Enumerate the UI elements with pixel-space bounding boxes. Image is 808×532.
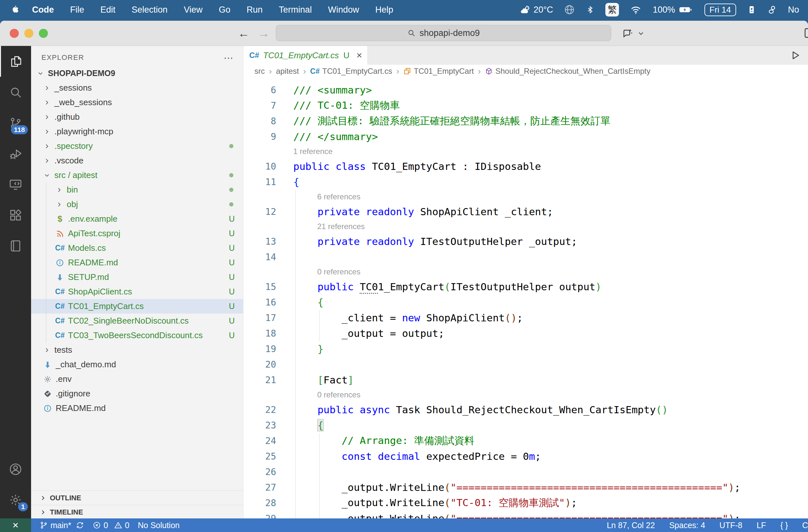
menu-item-selection[interactable]: Selection	[124, 5, 176, 15]
codelens-references[interactable]: 6 references	[276, 192, 360, 201]
tree-item[interactable]: _sessions	[31, 80, 243, 95]
activity-account-icon[interactable]	[0, 454, 31, 484]
code-line[interactable]: 26	[243, 464, 808, 479]
chevron-down-icon[interactable]	[637, 30, 645, 37]
code-line[interactable]: 15 public TC01_EmptyCart(ITestOutputHelp…	[243, 279, 808, 294]
code-line[interactable]: 7/// TC-01: 空購物車	[243, 98, 808, 113]
input-method-badge[interactable]: 繁	[605, 3, 619, 17]
code-line[interactable]: 12 private readonly ShopApiClient _clien…	[243, 204, 808, 220]
code-line[interactable]: 23 {	[243, 417, 808, 433]
code-line[interactable]: 18 _output = output;	[243, 325, 808, 341]
code-line[interactable]: 14	[243, 249, 808, 265]
git-branch-status[interactable]: main*	[39, 521, 84, 530]
weather-item[interactable]: 20°C	[520, 4, 553, 15]
code-line[interactable]: 17 _client = new ShopApiClient();	[243, 310, 808, 325]
code-line[interactable]: 13 private readonly ITestOutputHelper _o…	[243, 234, 808, 249]
code-line[interactable]: 10public class TC01_EmptyCart : IDisposa…	[243, 158, 808, 174]
activity-remote-explorer-icon[interactable]	[0, 169, 31, 200]
tree-root-shopapi-demo9[interactable]: SHOPAPI-DEMO9	[31, 66, 243, 80]
activity-docs-icon[interactable]	[0, 230, 31, 261]
tree-item[interactable]: .gitignore	[31, 386, 243, 401]
code-line[interactable]: 8/// 測試目標: 驗證系統能正確拒絕空購物車結帳，防止產生無效訂單	[243, 113, 808, 129]
menu-item-run[interactable]: Run	[239, 5, 271, 15]
tree-item[interactable]: C#TC03_TwoBeersSecondDiscount.csU	[31, 328, 243, 343]
tree-item[interactable]: .specstory	[31, 139, 243, 153]
run-tests-icon[interactable]	[790, 46, 808, 65]
breadcrumb-item[interactable]: TC01_EmptyCart	[403, 66, 474, 76]
code-line[interactable]: 29 _output.WriteLine("==================…	[243, 511, 808, 518]
code-line[interactable]: 9/// </summary>	[243, 129, 808, 144]
code-line[interactable]: 6/// <summary>	[243, 82, 808, 98]
menu-item-help[interactable]: Help	[367, 5, 401, 15]
breadcrumb-item[interactable]: C#TC01_EmptyCart.cs	[310, 66, 392, 76]
tree-item[interactable]: .vscode	[31, 153, 243, 168]
code-line[interactable]: 28 _output.WriteLine("TC-01: 空購物車測試");	[243, 495, 808, 511]
code-line[interactable]: 24 // Arrange: 準備測試資料	[243, 433, 808, 449]
activity-source-control-icon[interactable]: 118	[0, 108, 31, 138]
tree-item[interactable]: C#ShopApiClient.csU	[31, 284, 243, 299]
status-right-item[interactable]: Ln 87, Col 22	[607, 521, 655, 530]
code-line[interactable]: 11{	[243, 174, 808, 190]
tree-item[interactable]: .env	[31, 372, 243, 386]
minimize-window-button[interactable]	[24, 29, 33, 38]
menu-item-file[interactable]: File	[62, 5, 93, 15]
tree-item[interactable]: C#TC01_EmptyCart.csU	[31, 299, 243, 314]
tree-item[interactable]: obj	[31, 197, 243, 212]
status-right-item[interactable]: Spaces: 4	[669, 521, 705, 530]
copilot-chat-icon[interactable]	[622, 27, 634, 39]
menu-item-view[interactable]: View	[176, 5, 211, 15]
explorer-more-actions[interactable]: ⋯	[224, 52, 234, 63]
bluetooth-icon[interactable]	[586, 4, 594, 15]
breadcrumb-item[interactable]: src	[254, 66, 265, 76]
activity-extensions-icon[interactable]	[0, 200, 31, 230]
codelens-references[interactable]: 0 references	[276, 267, 360, 277]
code-line[interactable]: 25 const decimal expectedPrice = 0m;	[243, 449, 808, 464]
codelens-references[interactable]: 21 references	[276, 222, 365, 231]
zoom-window-button[interactable]	[39, 29, 48, 38]
tab-tc01-emptycart[interactable]: C# TC01_EmptyCart.cs U	[243, 46, 368, 65]
breadcrumb-item[interactable]: apitest	[276, 66, 299, 76]
apple-menu-icon[interactable]	[11, 5, 19, 15]
status-text[interactable]: No Solution	[138, 521, 180, 530]
problems-status[interactable]: 00	[93, 521, 129, 530]
code-line[interactable]: 20	[243, 357, 808, 372]
close-window-button[interactable]	[10, 29, 19, 38]
layout-icon-clipped[interactable]	[804, 26, 808, 39]
codelens-references[interactable]: 0 references	[276, 390, 360, 399]
tree-item[interactable]: C#TC02_SingleBeerNoDiscount.csU	[31, 314, 243, 328]
breadcrumb-item[interactable]: Should_RejectCheckout_When_CartIsEmpty	[485, 66, 650, 76]
user-switch-icon[interactable]	[767, 4, 777, 15]
menu-item-go[interactable]: Go	[211, 5, 239, 15]
status-right-item[interactable]: { }	[780, 521, 788, 530]
status-right-item[interactable]: UTF-8	[719, 521, 742, 530]
tree-item[interactable]: SETUP.mdU	[31, 270, 243, 284]
menu-item-edit[interactable]: Edit	[92, 5, 124, 15]
code-editor[interactable]: 6/// <summary>7/// TC-01: 空購物車8/// 測試目標:…	[243, 78, 808, 518]
code-line[interactable]: 27 _output.WriteLine("==================…	[243, 479, 808, 495]
menu-item-code[interactable]: Code	[24, 5, 62, 15]
activity-explorer-icon[interactable]	[0, 46, 31, 77]
menu-item-terminal[interactable]: Terminal	[271, 5, 320, 15]
tree-item[interactable]: ApiTest.csprojU	[31, 226, 243, 241]
code-line[interactable]: 22 public async Task Should_RejectChecko…	[243, 402, 808, 417]
tree-item[interactable]: _chat_demo.md	[31, 357, 243, 372]
date-badge[interactable]: Fri 14	[704, 3, 736, 16]
activity-search-icon[interactable]	[0, 77, 31, 108]
tree-item[interactable]: bin	[31, 183, 243, 197]
command-center-search[interactable]: shopapi-demo9	[276, 25, 611, 41]
tree-item[interactable]: _web_sessions	[31, 95, 243, 110]
close-tab-icon[interactable]	[355, 52, 363, 59]
outline-section-header[interactable]: OUTLINE	[31, 491, 243, 505]
code-line[interactable]: 21 [Fact]	[243, 372, 808, 388]
contact-icon[interactable]	[747, 4, 756, 15]
globe-icon[interactable]	[564, 4, 575, 15]
codelens-references[interactable]: 1 reference	[276, 147, 332, 156]
code-line[interactable]: 19 }	[243, 341, 808, 357]
timeline-section-header[interactable]: TIMELINE	[31, 505, 243, 518]
tree-item[interactable]: src / apitest	[31, 168, 243, 183]
activity-settings-icon[interactable]: 1	[0, 484, 31, 515]
code-line[interactable]: 16 {	[243, 294, 808, 310]
activity-run-debug-icon[interactable]	[0, 138, 31, 169]
tree-item[interactable]: tests	[31, 343, 243, 357]
tree-item[interactable]: README.mdU	[31, 255, 243, 270]
